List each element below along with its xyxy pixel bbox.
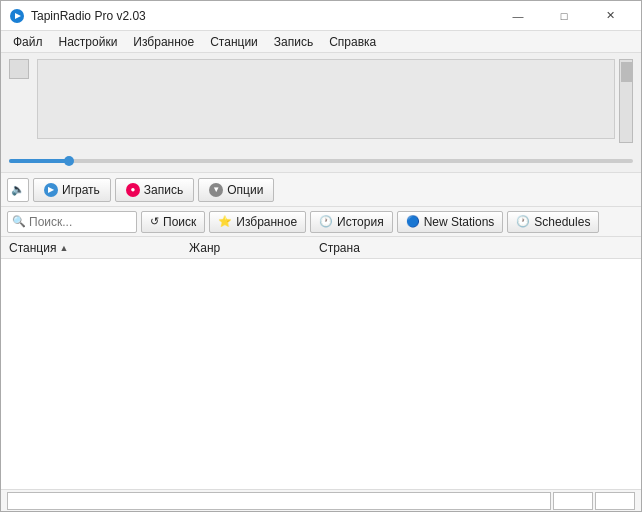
play-icon: ▶ [44, 183, 58, 197]
window-controls: — □ ✕ [495, 1, 633, 31]
search-bar: 🔍 ▼ ↺ Поиск ⭐ Избранное 🕐 История 🔵 New … [1, 207, 641, 237]
new-stations-label: New Stations [424, 215, 495, 229]
favorites-label: Избранное [236, 215, 297, 229]
options-label: Опции [227, 183, 263, 197]
record-button[interactable]: ● Запись [115, 178, 194, 202]
status-bar [1, 489, 641, 511]
menu-stations[interactable]: Станции [202, 33, 266, 51]
minimize-button[interactable]: — [495, 1, 541, 31]
record-label: Запись [144, 183, 183, 197]
column-station[interactable]: Станция ▲ [9, 241, 189, 255]
history-icon: 🕐 [319, 215, 333, 228]
new-stations-button[interactable]: 🔵 New Stations [397, 211, 504, 233]
genre-col-label: Жанр [189, 241, 220, 255]
transport-bar: 🔈 ▶ Играть ● Запись ▼ Опции [1, 173, 641, 207]
album-art [9, 59, 29, 79]
new-stations-icon: 🔵 [406, 215, 420, 228]
volume-button[interactable]: 🔈 [7, 178, 29, 202]
country-col-label: Страна [319, 241, 360, 255]
search-btn-icon: ↺ [150, 215, 159, 228]
title-bar: TapinRadio Pro v2.03 — □ ✕ [1, 1, 641, 31]
player-scrollbar[interactable] [619, 59, 633, 143]
menu-file[interactable]: Файл [5, 33, 51, 51]
history-button[interactable]: 🕐 История [310, 211, 393, 233]
options-button[interactable]: ▼ Опции [198, 178, 274, 202]
status-segment-2 [553, 492, 593, 510]
status-segment-main [7, 492, 551, 510]
menu-settings[interactable]: Настройки [51, 33, 126, 51]
station-col-label: Станция [9, 241, 56, 255]
player-info [37, 59, 615, 139]
menu-favorites[interactable]: Избранное [125, 33, 202, 51]
schedules-label: Schedules [534, 215, 590, 229]
app-icon [9, 8, 25, 24]
schedules-icon: 🕐 [516, 215, 530, 228]
maximize-button[interactable]: □ [541, 1, 587, 31]
progress-bar[interactable] [9, 159, 633, 163]
close-button[interactable]: ✕ [587, 1, 633, 31]
play-button[interactable]: ▶ Играть [33, 178, 111, 202]
column-genre[interactable]: Жанр [189, 241, 319, 255]
search-input-wrap: 🔍 ▼ [7, 211, 137, 233]
window-title: TapinRadio Pro v2.03 [31, 9, 495, 23]
progress-fill [9, 159, 69, 163]
options-icon: ▼ [209, 183, 223, 197]
favorites-button[interactable]: ⭐ Избранное [209, 211, 306, 233]
record-icon: ● [126, 183, 140, 197]
search-icon: 🔍 [12, 215, 26, 228]
history-label: История [337, 215, 384, 229]
column-country[interactable]: Страна [319, 241, 469, 255]
schedules-button[interactable]: 🕐 Schedules [507, 211, 599, 233]
menu-help[interactable]: Справка [321, 33, 384, 51]
search-btn-label: Поиск [163, 215, 196, 229]
list-header: Станция ▲ Жанр Страна [1, 237, 641, 259]
main-window: TapinRadio Pro v2.03 — □ ✕ Файл Настройк… [0, 0, 642, 512]
player-top [9, 59, 633, 150]
list-body [1, 259, 641, 489]
play-label: Играть [62, 183, 100, 197]
favorites-icon: ⭐ [218, 215, 232, 228]
menu-record[interactable]: Запись [266, 33, 321, 51]
station-list: Станция ▲ Жанр Страна [1, 237, 641, 489]
search-button[interactable]: ↺ Поиск [141, 211, 205, 233]
status-segment-3 [595, 492, 635, 510]
station-sort-icon: ▲ [59, 243, 68, 253]
player-area [1, 53, 641, 173]
scrollbar-thumb [621, 62, 633, 82]
menu-bar: Файл Настройки Избранное Станции Запись … [1, 31, 641, 53]
progress-area[interactable] [9, 154, 633, 168]
progress-thumb [64, 156, 74, 166]
